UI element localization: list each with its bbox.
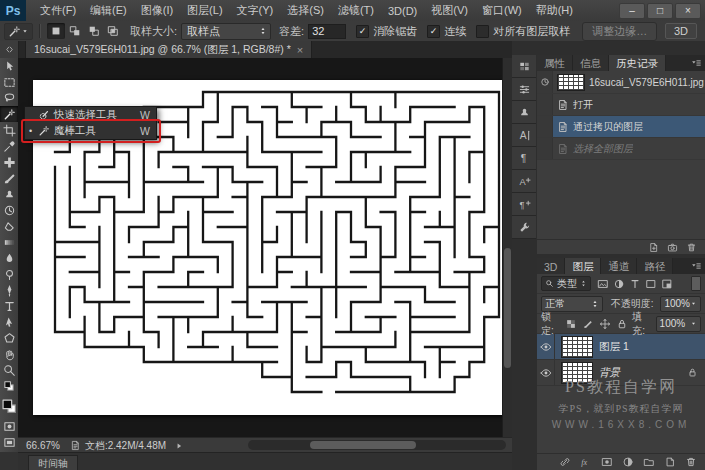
crop-tool[interactable] <box>0 122 18 138</box>
layers-tab[interactable]: 路径 <box>637 258 673 274</box>
lock-move-button[interactable] <box>599 318 611 330</box>
lock-paint-button[interactable] <box>582 318 594 330</box>
new-snapshot-button[interactable] <box>667 242 678 253</box>
layer-filter-select[interactable]: 类型 <box>541 276 591 291</box>
history-tab[interactable]: 历史记录 <box>609 55 666 71</box>
new-selection-button[interactable] <box>47 23 65 39</box>
adjustment-button[interactable] <box>622 456 634 468</box>
menu-item[interactable]: 图层(L) <box>181 1 228 20</box>
panel-menu-icon[interactable] <box>687 258 705 274</box>
lock-all-button[interactable] <box>616 318 628 330</box>
menu-item[interactable]: 视图(V) <box>425 1 474 20</box>
history-state-row[interactable]: 通过拷贝的图层 <box>537 116 705 138</box>
timeline-tab[interactable]: 时间轴 <box>28 455 78 470</box>
new-layer-button[interactable] <box>664 456 676 468</box>
history-brush-source-cell[interactable] <box>537 71 553 93</box>
layers-tab[interactable]: 3D <box>537 258 565 274</box>
delete-state-button[interactable] <box>686 242 697 253</box>
type-tool[interactable] <box>0 298 18 314</box>
history-state-row[interactable]: 选择全部图层 <box>537 138 705 160</box>
eraser-tool[interactable] <box>0 218 18 234</box>
character-panel-button[interactable]: A <box>512 124 536 147</box>
new-document-from-state-button[interactable] <box>648 242 659 253</box>
subtract-selection-button[interactable] <box>85 23 103 39</box>
eyedropper-tool[interactable] <box>0 138 18 154</box>
zoom-tool[interactable] <box>0 362 18 378</box>
type-filter-button[interactable] <box>629 278 641 290</box>
refine-edge-button[interactable]: 调整边缘… <box>582 22 657 41</box>
tolerance-input[interactable] <box>308 24 346 39</box>
tab-close-icon[interactable]: × <box>297 44 303 56</box>
layer-mask-button[interactable] <box>601 456 613 468</box>
dodge-tool[interactable] <box>0 266 18 282</box>
zoom-level-field[interactable]: 66.67% <box>26 440 60 451</box>
minimize-button[interactable]: – <box>619 3 645 19</box>
fx-button[interactable]: fx <box>580 456 592 468</box>
document-tab[interactable]: 16sucai_V579E6H011.jpg @ 66.7% (图层 1, RG… <box>25 41 312 58</box>
vertical-scrollbar-thumb[interactable] <box>504 248 511 368</box>
tool-presets-panel-button[interactable] <box>512 216 536 239</box>
link-button[interactable] <box>559 456 571 468</box>
menu-item[interactable]: 3D(D) <box>382 3 423 19</box>
group-button[interactable] <box>643 456 655 468</box>
active-tool-button[interactable] <box>4 23 33 40</box>
spot-healing-brush-tool[interactable] <box>0 154 18 170</box>
path-selection-tool[interactable] <box>0 314 18 330</box>
menu-item[interactable]: 编辑(E) <box>84 1 133 20</box>
history-tab[interactable]: 信息 <box>573 55 609 71</box>
menu-item[interactable]: 滤镜(T) <box>332 1 380 20</box>
workspace-switcher-button[interactable]: 3D <box>665 23 697 39</box>
checkbox-box[interactable] <box>476 25 489 38</box>
menu-item[interactable]: 选择(S) <box>281 1 330 20</box>
menu-item[interactable]: 帮助(H) <box>530 1 579 20</box>
pixel-filter-button[interactable] <box>597 278 609 290</box>
paragraph-panel-button[interactable]: ¶ <box>512 147 536 170</box>
vertical-scrollbar[interactable] <box>502 58 512 437</box>
marquee-tool[interactable] <box>0 74 18 90</box>
adjustment-filter-button[interactable] <box>613 278 625 290</box>
menu-item[interactable]: 图像(I) <box>135 1 179 20</box>
screen-mode-button[interactable] <box>0 434 18 450</box>
clone-source-panel-button[interactable] <box>512 101 536 124</box>
lasso-tool[interactable] <box>0 90 18 106</box>
sample-size-select[interactable]: 取样点 <box>181 23 271 40</box>
adjust-panel-button[interactable] <box>512 78 536 101</box>
shape-filter-button[interactable] <box>645 278 657 290</box>
layers-tab[interactable]: 通道 <box>601 258 637 274</box>
option-checkbox-2[interactable]: 对所有图层取样 <box>476 24 570 39</box>
history-source-cell[interactable] <box>537 116 553 137</box>
hand-tool[interactable] <box>0 346 18 362</box>
fill-select[interactable]: 100% <box>656 316 701 332</box>
trash-button[interactable] <box>685 456 697 468</box>
magic-wand-tool[interactable] <box>0 106 18 122</box>
option-checkbox-0[interactable]: ✓消除锯齿 <box>356 24 417 39</box>
pen-tool[interactable] <box>0 282 18 298</box>
checkbox-box[interactable]: ✓ <box>427 25 440 38</box>
shape-tool[interactable] <box>0 330 18 346</box>
smart-object-filter-button[interactable] <box>661 278 673 290</box>
history-source-cell[interactable] <box>537 94 553 115</box>
history-snapshot-row[interactable]: 16sucai_V579E6H011.jpg <box>537 71 705 94</box>
history-state-row[interactable]: 打开 <box>537 94 705 116</box>
checkbox-box[interactable]: ✓ <box>356 25 369 38</box>
character-styles-panel-button[interactable]: A <box>512 170 536 193</box>
brush-tool[interactable] <box>0 170 18 186</box>
history-source-cell[interactable] <box>537 138 553 159</box>
panel-menu-icon[interactable] <box>687 55 705 71</box>
visibility-toggle[interactable] <box>537 334 555 359</box>
layers-tab[interactable]: 图层 <box>565 258 601 274</box>
clone-stamp-tool[interactable] <box>0 186 18 202</box>
triangle-right-icon[interactable] <box>174 441 184 451</box>
menu-item[interactable]: 窗口(W) <box>476 1 528 20</box>
default-colors-control[interactable] <box>0 378 18 394</box>
option-checkbox-1[interactable]: ✓连续 <box>427 24 466 39</box>
gradient-tool[interactable] <box>0 234 18 250</box>
quick-mask-button[interactable] <box>0 418 18 434</box>
maximize-button[interactable]: □ <box>647 3 673 19</box>
paragraph-styles-panel-button[interactable]: ¶ <box>512 193 536 216</box>
blur-tool[interactable] <box>0 250 18 266</box>
intersect-selection-button[interactable] <box>104 23 122 39</box>
filter-toggle-switch[interactable] <box>691 276 701 291</box>
opacity-select[interactable]: 100% <box>660 296 701 312</box>
history-brush-tool[interactable] <box>0 202 18 218</box>
